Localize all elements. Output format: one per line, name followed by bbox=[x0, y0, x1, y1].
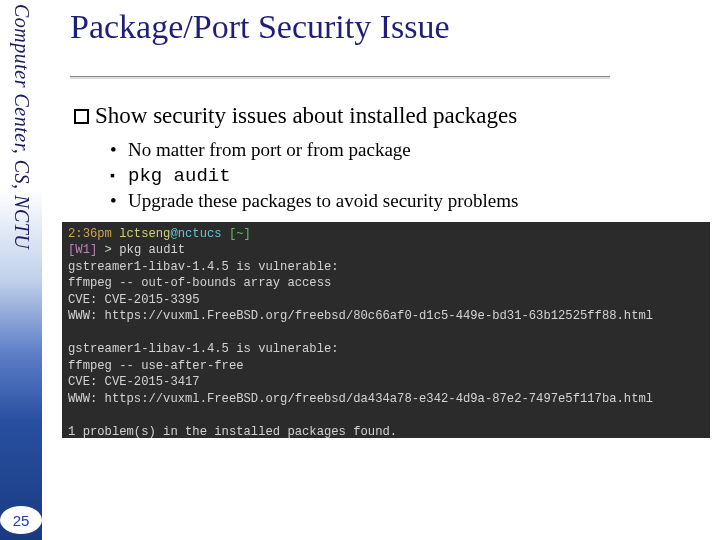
terminal-path: [~] bbox=[229, 227, 251, 241]
sub-bullet-text: Upgrade these packages to avoid security… bbox=[128, 190, 518, 211]
terminal-host: @nctucs bbox=[170, 227, 221, 241]
main-bullet: Show security issues about installed pac… bbox=[74, 103, 702, 129]
sub-bullet-code: pkg audit bbox=[128, 165, 231, 187]
sub-bullet-list: No matter from port or from package pkg … bbox=[112, 139, 702, 212]
sidebar-strip: Computer Center, CS, NCTU 25 bbox=[0, 0, 42, 540]
terminal-user: lctseng bbox=[119, 227, 170, 241]
terminal-screenshot: 2:36pm lctseng@nctucs [~] [W1] > pkg aud… bbox=[62, 222, 710, 438]
terminal-output-line: WWW: https://vuxml.FreeBSD.org/freebsd/8… bbox=[68, 309, 653, 323]
title-underline bbox=[70, 76, 610, 79]
sidebar-org-text: Computer Center, CS, NCTU bbox=[10, 4, 33, 249]
terminal-output-line: 1 problem(s) in the installed packages f… bbox=[68, 425, 397, 438]
slide-title: Package/Port Security Issue bbox=[70, 8, 702, 46]
terminal-command: pkg audit bbox=[119, 243, 185, 257]
slide: Computer Center, CS, NCTU 25 Package/Por… bbox=[0, 0, 720, 540]
terminal-output-line: ffmpeg -- use-after-free bbox=[68, 359, 244, 373]
page-number: 25 bbox=[13, 512, 30, 529]
terminal-prompt-indicator: [W1] bbox=[68, 243, 97, 257]
terminal-output-line: ffmpeg -- out-of-bounds array access bbox=[68, 276, 331, 290]
main-bullet-text: Show security issues about installed pac… bbox=[95, 103, 517, 128]
sub-bullet-item: pkg audit bbox=[112, 164, 702, 187]
terminal-time: 2:36pm bbox=[68, 227, 112, 241]
terminal-output-line: CVE: CVE-2015-3395 bbox=[68, 293, 200, 307]
sub-bullet-item: Upgrade these packages to avoid security… bbox=[112, 190, 702, 212]
terminal-output-line: CVE: CVE-2015-3417 bbox=[68, 375, 200, 389]
terminal-prompt-symbol: > bbox=[105, 243, 112, 257]
checkbox-bullet-icon bbox=[74, 109, 89, 124]
slide-content: Package/Port Security Issue Show securit… bbox=[70, 8, 702, 215]
sub-bullet-text: No matter from port or from package bbox=[128, 139, 411, 160]
terminal-output-line: gstreamer1-libav-1.4.5 is vulnerable: bbox=[68, 342, 339, 356]
sub-bullet-item: No matter from port or from package bbox=[112, 139, 702, 161]
page-number-badge: 25 bbox=[0, 506, 42, 534]
terminal-output-line: gstreamer1-libav-1.4.5 is vulnerable: bbox=[68, 260, 339, 274]
terminal-output-line: WWW: https://vuxml.FreeBSD.org/freebsd/d… bbox=[68, 392, 653, 406]
